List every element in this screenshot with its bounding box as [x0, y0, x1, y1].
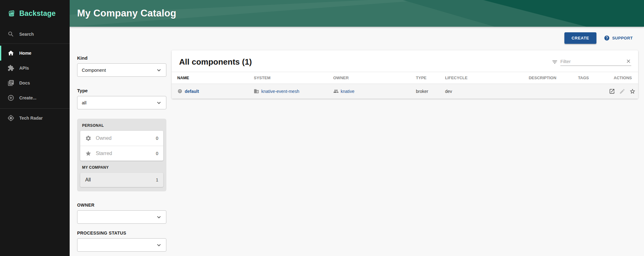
sidebar-item-label: Create...: [19, 95, 36, 100]
filter-item-label: Starred: [96, 151, 112, 156]
filter-icon[interactable]: [552, 59, 558, 65]
toolbar: CREATE SUPPORT: [564, 32, 633, 44]
column-header-owner[interactable]: OWNER: [331, 72, 414, 84]
lifecycle-cell: dev: [442, 84, 526, 99]
owner-select[interactable]: [77, 210, 166, 224]
chevron-down-icon: [155, 242, 162, 249]
docs-icon: [7, 80, 14, 86]
filter-item-all[interactable]: All 1: [80, 173, 163, 187]
table-filter-box: [552, 58, 631, 66]
star-icon: [85, 150, 91, 157]
filter-item-count: 1: [156, 177, 158, 182]
type-label: Type: [77, 88, 166, 93]
sidebar-item-search[interactable]: Search: [0, 27, 70, 42]
backstage-logo-icon: [7, 9, 16, 18]
kind-select[interactable]: Component: [77, 63, 166, 77]
help-icon: [604, 35, 610, 41]
type-select-value: all: [82, 100, 86, 105]
system-name: knative-event-mesh: [261, 89, 299, 94]
sidebar-item-docs[interactable]: Docs: [0, 75, 70, 90]
sidebar-item-tech-radar[interactable]: Tech Radar: [0, 111, 70, 126]
column-header-name[interactable]: NAME: [172, 72, 251, 84]
sidebar-item-label: Search: [19, 32, 34, 37]
close-icon[interactable]: [626, 58, 631, 64]
description-cell: [526, 84, 575, 99]
column-header-tags[interactable]: TAGS: [576, 72, 604, 84]
support-label: SUPPORT: [612, 36, 633, 40]
column-header-lifecycle[interactable]: LIFECYCLE: [442, 72, 526, 84]
column-header-actions: ACTIONS: [604, 72, 638, 84]
create-button[interactable]: CREATE: [564, 32, 596, 44]
search-icon: [7, 31, 14, 38]
kind-label: Kind: [77, 55, 166, 61]
entity-name: default: [185, 89, 199, 94]
filter-item-count: 0: [156, 136, 158, 141]
sidebar-item-apis[interactable]: APIs: [0, 61, 70, 75]
page-header: My Company Catalog: [70, 0, 644, 27]
sidebar-item-home[interactable]: Home: [0, 46, 70, 61]
filter-item-count: 0: [156, 151, 158, 156]
processing-status-label: PROCESSING STATUS: [77, 231, 166, 235]
sidebar-item-create[interactable]: Create...: [0, 90, 70, 105]
table-filter-input[interactable]: [560, 59, 626, 64]
radar-icon: [7, 115, 14, 121]
component-icon: [177, 89, 183, 94]
tags-cell: [576, 84, 604, 99]
table-title: All components (1): [179, 57, 252, 67]
sidebar-divider: [0, 108, 70, 109]
domain-icon: [254, 89, 259, 94]
owner-link[interactable]: knative: [333, 89, 411, 94]
components-table: NAME SYSTEM OWNER TYPE LIFECYCLE DESCRIP…: [172, 72, 638, 99]
support-button[interactable]: SUPPORT: [604, 35, 633, 41]
column-header-system[interactable]: SYSTEM: [251, 72, 331, 84]
table-row: default knative-event-mesh: [172, 84, 638, 99]
kind-select-value: Component: [82, 67, 106, 73]
sidebar-divider: [0, 43, 70, 44]
backstage-logo[interactable]: Backstage: [0, 0, 70, 27]
chevron-down-icon: [155, 214, 162, 221]
table-header-row: NAME SYSTEM OWNER TYPE LIFECYCLE DESCRIP…: [172, 72, 638, 84]
filter-item-label: Owned: [96, 135, 112, 141]
filter-item-owned[interactable]: Owned 0: [80, 131, 163, 146]
star-outline-icon[interactable]: [629, 88, 636, 94]
system-link[interactable]: knative-event-mesh: [254, 89, 328, 94]
catalog-table-card: All components (1) NAME SYSTEM OWNER TYP: [172, 50, 638, 99]
sidebar-item-label: Tech Radar: [19, 116, 43, 121]
add-circle-icon: [7, 94, 14, 101]
sidebar-filter-groups: PERSONAL Owned 0 Starred 0 MY COMPANY Al…: [77, 119, 166, 191]
filter-item-starred[interactable]: Starred 0: [80, 146, 163, 161]
edit-icon[interactable]: [619, 88, 625, 94]
home-icon: [7, 50, 14, 57]
page-title: My Company Catalog: [77, 8, 176, 19]
sidebar-item-label: Docs: [19, 80, 30, 85]
gear-icon: [85, 135, 91, 141]
sidebar: Backstage Search Home APIs Docs Create..…: [0, 0, 70, 256]
chevron-down-icon: [155, 67, 162, 74]
open-in-new-icon[interactable]: [609, 88, 615, 94]
group-icon: [333, 89, 339, 94]
column-header-description[interactable]: DESCRIPTION: [526, 72, 575, 84]
column-header-type[interactable]: TYPE: [414, 72, 443, 84]
sidebar-item-label: APIs: [19, 66, 29, 71]
type-select[interactable]: all: [77, 96, 166, 109]
type-cell: broker: [414, 84, 443, 99]
app-title: Backstage: [19, 9, 56, 18]
filter-item-label: All: [85, 177, 91, 183]
owner-label: OWNER: [77, 203, 166, 208]
puzzle-icon: [7, 65, 14, 71]
chevron-down-icon: [155, 99, 162, 106]
owner-name: knative: [341, 89, 354, 94]
my-company-header: MY COMPANY: [77, 161, 166, 173]
processing-status-select[interactable]: [77, 238, 166, 252]
sidebar-item-label: Home: [19, 51, 31, 56]
filters-panel: Kind Component Type all PERSONAL Owned 0: [77, 55, 166, 252]
personal-header: PERSONAL: [77, 119, 166, 131]
personal-card: Owned 0 Starred 0: [80, 131, 163, 161]
entity-name-link[interactable]: default: [177, 89, 249, 94]
